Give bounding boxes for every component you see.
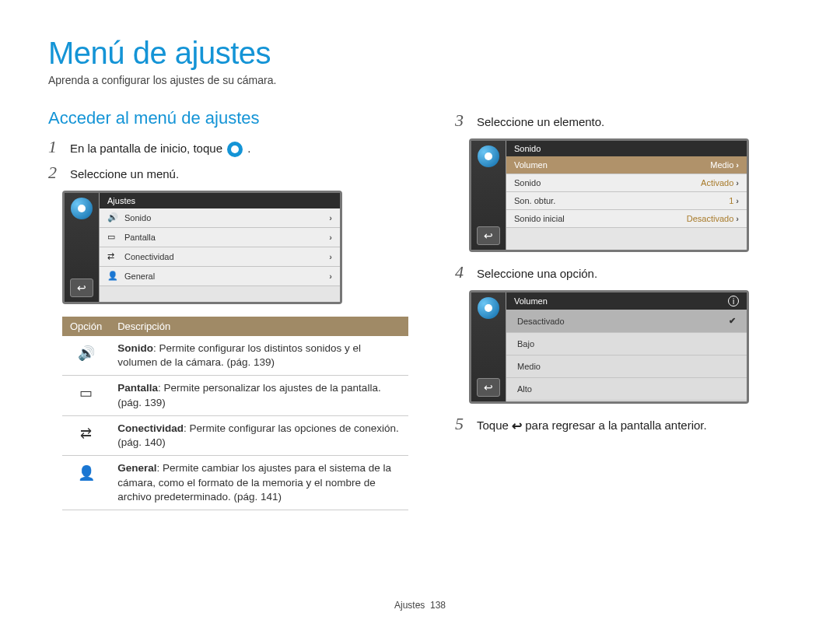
general-icon: 👤 xyxy=(107,271,118,282)
device-header: Volumen i xyxy=(506,292,747,310)
device-header: Sonido xyxy=(506,141,747,156)
device-screen-sonido: ↩ Sonido Volumen Medio › Sonido Activado… xyxy=(469,138,749,252)
step-number: 2 xyxy=(48,165,62,180)
gear-icon[interactable] xyxy=(478,297,499,319)
gear-icon[interactable] xyxy=(71,198,93,219)
table-row: 🔊 Sonido: Permite configurar los distint… xyxy=(62,336,408,376)
step-2-text: Seleccione un menú. xyxy=(70,165,408,183)
section-heading: Acceder al menú de ajustes xyxy=(48,108,408,128)
display-icon: ▭ xyxy=(107,232,118,243)
left-column: Acceder al menú de ajustes 1 En la panta… xyxy=(48,108,408,510)
table-header-desc: Descripción xyxy=(110,317,408,336)
chevron-right-icon: › xyxy=(329,271,332,281)
device-screen-volumen: ↩ Volumen i Desactivado ✔ Bajo Medio Alt… xyxy=(469,290,749,404)
setting-row-sonido[interactable]: Sonido Activado › xyxy=(506,174,747,192)
page-title: Menú de ajustes xyxy=(48,36,793,71)
back-button[interactable]: ↩ xyxy=(70,278,93,297)
general-icon: 👤 xyxy=(62,456,110,510)
step-1-text-b: . xyxy=(247,142,250,155)
setting-row-inicial[interactable]: Sonido inicial Desactivado › xyxy=(506,210,747,228)
step-3-text: Seleccione un elemento. xyxy=(477,113,793,131)
chevron-right-icon: › xyxy=(736,196,739,205)
option-bajo[interactable]: Bajo xyxy=(506,333,747,356)
step-2: 2 Seleccione un menú. xyxy=(48,165,408,183)
step-5-text-b: para regresar a la pantalla anterior. xyxy=(525,419,706,432)
device-header: Ajustes xyxy=(100,193,340,208)
right-column: 3 Seleccione un elemento. ↩ Sonido Volum… xyxy=(455,108,793,510)
menu-row-general[interactable]: 👤General › xyxy=(100,267,340,286)
device-sidebar: ↩ xyxy=(471,292,506,401)
chevron-right-icon: › xyxy=(736,214,739,223)
chevron-right-icon: › xyxy=(329,252,332,261)
settings-gear-icon xyxy=(227,142,243,157)
step-number: 4 xyxy=(455,264,469,280)
info-icon[interactable]: i xyxy=(728,296,739,306)
device-sidebar: ↩ xyxy=(65,193,99,302)
table-header-option: Opción xyxy=(62,317,110,336)
menu-row-pantalla[interactable]: ▭Pantalla › xyxy=(100,228,340,247)
options-description-table: Opción Descripción 🔊 Sonido: Permite con… xyxy=(62,317,408,510)
chevron-right-icon: › xyxy=(736,178,739,187)
connect-icon: ⇄ xyxy=(62,415,110,455)
device-sidebar: ↩ xyxy=(471,141,506,250)
table-row: 👤 General: Permite cambiar los ajustes p… xyxy=(62,456,408,510)
step-5: 5 Toque ↩ para regresar a la pantalla an… xyxy=(455,416,793,435)
step-4: 4 Seleccione una opción. xyxy=(455,264,793,282)
step-5-text-a: Toque xyxy=(477,419,512,432)
step-number: 5 xyxy=(455,416,469,432)
setting-row-volumen[interactable]: Volumen Medio › xyxy=(506,156,747,174)
chevron-right-icon: › xyxy=(329,213,332,222)
back-button[interactable]: ↩ xyxy=(477,378,500,397)
sound-icon: 🔊 xyxy=(62,336,110,376)
step-1-text-a: En la pantalla de inicio, toque xyxy=(70,142,226,155)
sound-icon: 🔊 xyxy=(107,212,118,223)
back-icon: ↩ xyxy=(512,418,522,435)
connect-icon: ⇄ xyxy=(107,251,118,262)
step-1: 1 En la pantalla de inicio, toque . xyxy=(48,139,408,157)
display-icon: ▭ xyxy=(62,376,110,415)
step-3: 3 Seleccione un elemento. xyxy=(455,113,793,131)
page-footer: Ajustes 138 xyxy=(0,600,840,611)
menu-row-conectividad[interactable]: ⇄Conectividad › xyxy=(100,247,340,267)
step-4-text: Seleccione una opción. xyxy=(477,264,793,282)
option-alto[interactable]: Alto xyxy=(506,378,747,401)
table-row: ⇄ Conectividad: Permite configurar las o… xyxy=(62,415,408,455)
menu-row-sonido[interactable]: 🔊Sonido › xyxy=(100,208,340,228)
intro-text: Aprenda a configurar los ajustes de su c… xyxy=(48,74,793,86)
table-row: ▭ Pantalla: Permite personalizar los aju… xyxy=(62,376,408,415)
check-icon: ✔ xyxy=(729,316,736,326)
step-number: 3 xyxy=(455,113,469,128)
chevron-right-icon: › xyxy=(329,233,332,242)
gear-icon[interactable] xyxy=(478,145,499,167)
device-screen-ajustes: ↩ Ajustes 🔊Sonido › ▭Pantalla › ⇄Conecti… xyxy=(62,191,342,304)
step-number: 1 xyxy=(48,139,62,155)
option-medio[interactable]: Medio xyxy=(506,356,747,378)
option-desactivado[interactable]: Desactivado ✔ xyxy=(506,310,747,333)
chevron-right-icon: › xyxy=(736,160,739,170)
back-button[interactable]: ↩ xyxy=(477,226,500,245)
setting-row-obturador[interactable]: Son. obtur. 1 › xyxy=(506,192,747,210)
